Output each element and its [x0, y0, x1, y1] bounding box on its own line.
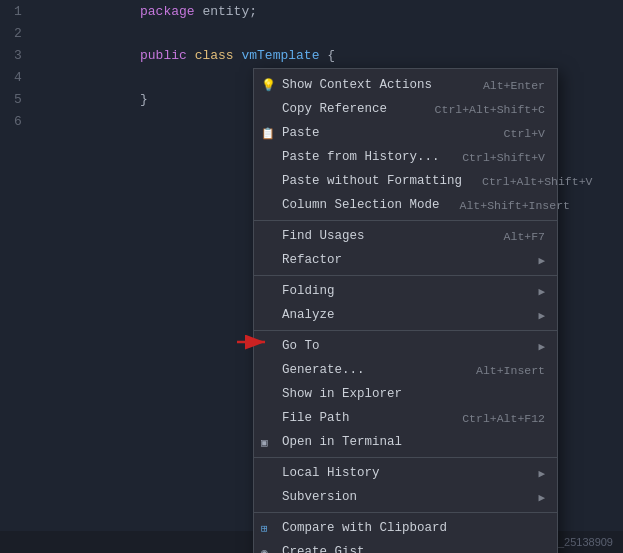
terminal-icon: ▣	[261, 436, 268, 449]
menu-item-file-path[interactable]: File Path Ctrl+Alt+F12	[254, 406, 557, 430]
local-history-label: Local History	[282, 466, 530, 480]
lightbulb-icon: 💡	[261, 78, 276, 93]
copy-reference-label: Copy Reference	[282, 102, 415, 116]
gist-icon: ◉	[261, 546, 268, 554]
generate-shortcut: Alt+Insert	[476, 364, 545, 377]
find-usages-label: Find Usages	[282, 229, 484, 243]
go-to-arrow-icon: ▶	[538, 340, 545, 353]
menu-item-go-to[interactable]: Go To ▶	[254, 334, 557, 358]
menu-item-analyze[interactable]: Analyze ▶	[254, 303, 557, 327]
red-arrow-annotation	[237, 331, 267, 355]
refactor-label: Refactor	[282, 253, 530, 267]
menu-item-create-gist[interactable]: ◉ Create Gist...	[254, 540, 557, 553]
menu-item-local-history[interactable]: Local History ▶	[254, 461, 557, 485]
separator-1	[254, 220, 557, 221]
menu-item-show-context-actions[interactable]: 💡 Show Context Actions Alt+Enter	[254, 73, 557, 97]
code-line-1: package entity;	[30, 0, 620, 22]
menu-item-find-usages[interactable]: Find Usages Alt+F7	[254, 224, 557, 248]
folding-arrow-icon: ▶	[538, 285, 545, 298]
paste-without-formatting-shortcut: Ctrl+Alt+Shift+V	[482, 175, 592, 188]
local-history-arrow-icon: ▶	[538, 467, 545, 480]
file-path-shortcut: Ctrl+Alt+F12	[462, 412, 545, 425]
menu-item-generate[interactable]: Generate... Alt+Insert	[254, 358, 557, 382]
analyze-arrow-icon: ▶	[538, 309, 545, 322]
separator-4	[254, 457, 557, 458]
create-gist-label: Create Gist...	[282, 545, 545, 553]
paste-label: Paste	[282, 126, 484, 140]
open-in-terminal-label: Open in Terminal	[282, 435, 545, 449]
menu-item-column-selection-mode[interactable]: Column Selection Mode Alt+Shift+Insert	[254, 193, 557, 217]
generate-label: Generate...	[282, 363, 456, 377]
code-line-3: public class vmTemplate {	[30, 44, 620, 66]
context-menu[interactable]: 💡 Show Context Actions Alt+Enter Copy Re…	[253, 68, 558, 553]
folding-label: Folding	[282, 284, 530, 298]
menu-item-compare-with-clipboard[interactable]: ⊞ Compare with Clipboard	[254, 516, 557, 540]
separator-5	[254, 512, 557, 513]
file-path-label: File Path	[282, 411, 442, 425]
paste-from-history-label: Paste from History...	[282, 150, 442, 164]
separator-3	[254, 330, 557, 331]
refactor-arrow-icon: ▶	[538, 254, 545, 267]
paste-without-formatting-label: Paste without Formatting	[282, 174, 462, 188]
menu-item-copy-reference[interactable]: Copy Reference Ctrl+Alt+Shift+C	[254, 97, 557, 121]
paste-shortcut: Ctrl+V	[504, 127, 545, 140]
column-selection-mode-shortcut: Alt+Shift+Insert	[460, 199, 570, 212]
paste-icon: 📋	[261, 127, 275, 140]
subversion-label: Subversion	[282, 490, 530, 504]
menu-item-paste[interactable]: 📋 Paste Ctrl+V	[254, 121, 557, 145]
paste-from-history-shortcut: Ctrl+Shift+V	[462, 151, 545, 164]
show-context-actions-label: Show Context Actions	[282, 78, 463, 92]
menu-item-refactor[interactable]: Refactor ▶	[254, 248, 557, 272]
column-selection-mode-label: Column Selection Mode	[282, 198, 440, 212]
go-to-label: Go To	[282, 339, 530, 353]
compare-with-clipboard-label: Compare with Clipboard	[282, 521, 545, 535]
menu-item-open-in-terminal[interactable]: ▣ Open in Terminal	[254, 430, 557, 454]
menu-item-show-in-explorer[interactable]: Show in Explorer	[254, 382, 557, 406]
menu-item-paste-from-history[interactable]: Paste from History... Ctrl+Shift+V	[254, 145, 557, 169]
menu-item-folding[interactable]: Folding ▶	[254, 279, 557, 303]
copy-reference-shortcut: Ctrl+Alt+Shift+C	[435, 103, 545, 116]
separator-2	[254, 275, 557, 276]
code-line-2	[30, 22, 620, 44]
compare-icon: ⊞	[261, 522, 268, 535]
subversion-arrow-icon: ▶	[538, 491, 545, 504]
analyze-label: Analyze	[282, 308, 530, 322]
find-usages-shortcut: Alt+F7	[504, 230, 545, 243]
menu-item-paste-without-formatting[interactable]: Paste without Formatting Ctrl+Alt+Shift+…	[254, 169, 557, 193]
menu-item-subversion[interactable]: Subversion ▶	[254, 485, 557, 509]
show-in-explorer-label: Show in Explorer	[282, 387, 545, 401]
show-context-actions-shortcut: Alt+Enter	[483, 79, 545, 92]
